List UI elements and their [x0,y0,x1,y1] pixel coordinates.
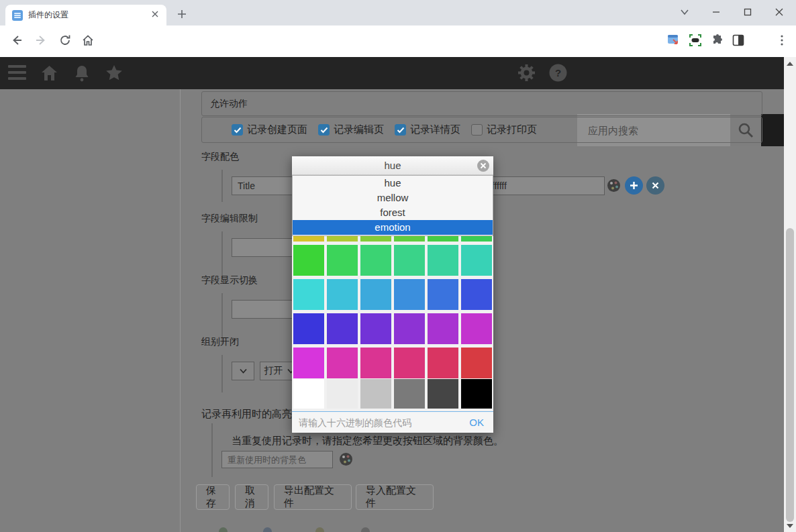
reload-icon[interactable] [55,32,75,49]
ok-button[interactable]: OK [460,417,493,428]
color-swatch[interactable] [360,279,391,310]
color-swatch[interactable] [327,313,358,344]
color-swatch[interactable] [327,279,358,310]
checkbox-label: 记录创建页面 [247,123,307,136]
scroll-down-icon[interactable] [787,524,793,528]
select-value: 打开 [264,365,283,377]
color-swatch[interactable] [327,379,358,409]
color-swatch[interactable] [461,313,492,344]
window-close-button[interactable] [769,3,789,21]
checkbox-icon[interactable] [395,124,406,136]
save-button[interactable]: 保存 [196,484,230,510]
palette-picker-icon[interactable] [607,178,621,195]
color-swatch[interactable] [461,379,492,409]
scroll-up-icon[interactable] [787,62,793,66]
back-icon[interactable] [7,32,27,49]
extension-capture-icon[interactable] [685,32,705,49]
bottom-dot [361,527,370,532]
color-swatch[interactable] [360,348,391,378]
add-row-button[interactable] [625,176,643,195]
color-swatch[interactable] [461,348,492,378]
tab-close-icon[interactable] [150,9,160,21]
browser-tab[interactable]: 插件的设置 [5,5,166,25]
reuse-highlight-label: 记录再利用时的高亮 [201,408,292,421]
checkbox-icon[interactable] [318,124,330,136]
checkbox-label: 记录编辑页 [334,123,384,136]
import-config-button[interactable]: 导入配置文件 [356,484,434,510]
window-maximize-button[interactable] [738,3,758,21]
palette-option-mellow[interactable]: mellow [293,191,493,205]
cancel-button[interactable]: 取消 [235,484,268,510]
dialog-header[interactable]: hue [292,156,493,175]
color-swatch[interactable] [428,348,458,378]
color-swatch[interactable] [360,245,391,276]
field-color-value-input[interactable] [481,176,605,195]
favorites-star-icon[interactable] [105,64,123,84]
color-swatch[interactable] [394,279,425,310]
color-swatch[interactable] [293,245,324,276]
group-bar [221,170,223,202]
extensions-puzzle-icon[interactable] [707,32,728,49]
remove-row-button[interactable] [646,176,664,195]
color-swatch[interactable] [394,313,425,344]
extension-halfsquare-icon[interactable] [728,32,748,49]
checkbox-icon[interactable] [232,124,243,136]
portal-home-icon[interactable] [40,64,58,85]
checkbox-icon[interactable] [471,124,483,136]
bottom-dot [315,527,324,532]
extension-window-icon[interactable] [663,32,683,49]
palette-row [292,379,493,409]
checkbox-record-edit[interactable]: 记录编辑页 [318,123,384,136]
palette-row [292,279,493,310]
color-swatch[interactable] [428,313,458,344]
color-swatch[interactable] [293,348,324,378]
field-edit-label: 字段编辑限制 [201,213,258,225]
palette-option-emotion[interactable]: emotion [293,220,493,235]
palette-option-forest[interactable]: forest [293,205,493,220]
notifications-bell-icon[interactable] [74,64,90,85]
browser-titlebar: 插件的设置 [0,0,796,25]
color-swatch[interactable] [461,279,492,310]
color-swatch[interactable] [327,245,358,276]
palette-row [292,245,493,276]
color-swatch[interactable] [360,313,391,344]
color-swatch[interactable] [293,279,324,310]
tab-search-icon[interactable] [675,3,695,21]
palette-row [292,348,493,378]
reuse-description: 当重复使用记录时，请指定您希望更改按钮区域的背景颜色。 [232,435,503,447]
export-config-button[interactable]: 导出配置文件 [274,484,352,510]
bottom-dot [219,527,228,532]
reuse-color-input[interactable] [221,451,333,468]
checkbox-record-print[interactable]: 记录打印页 [471,123,537,136]
color-swatch[interactable] [428,245,458,276]
color-swatch[interactable] [327,348,358,378]
group-field-select[interactable] [232,362,254,380]
color-swatch[interactable] [360,379,391,409]
color-swatch[interactable] [293,379,324,409]
help-icon[interactable]: ? [549,64,567,85]
color-swatch[interactable] [428,379,458,409]
palette-option-hue[interactable]: hue [293,176,493,191]
color-swatch[interactable] [461,245,492,276]
dialog-close-icon[interactable] [477,160,489,172]
checkbox-record-detail[interactable]: 记录详情页 [395,123,460,136]
color-swatch[interactable] [394,348,425,378]
color-swatch[interactable] [293,313,324,344]
color-swatch[interactable] [394,379,425,409]
hamburger-menu-icon[interactable] [8,65,26,83]
new-tab-button[interactable] [172,5,192,23]
settings-gear-icon[interactable] [517,64,536,85]
forward-icon[interactable] [31,32,51,49]
color-swatch[interactable] [394,245,425,276]
dialog-title: hue [384,160,401,171]
browser-menu-kebab-icon[interactable] [772,32,792,49]
window-minimize-button[interactable] [706,3,726,21]
scrollbar-thumb[interactable] [786,228,794,522]
content-left-divider [180,89,181,532]
hex-color-input[interactable] [292,417,460,428]
close-icon [652,182,659,189]
palette-picker-icon[interactable] [339,452,353,469]
color-swatch[interactable] [428,279,458,310]
checkbox-record-create[interactable]: 记录创建页面 [232,123,307,136]
home-icon[interactable] [78,32,98,49]
